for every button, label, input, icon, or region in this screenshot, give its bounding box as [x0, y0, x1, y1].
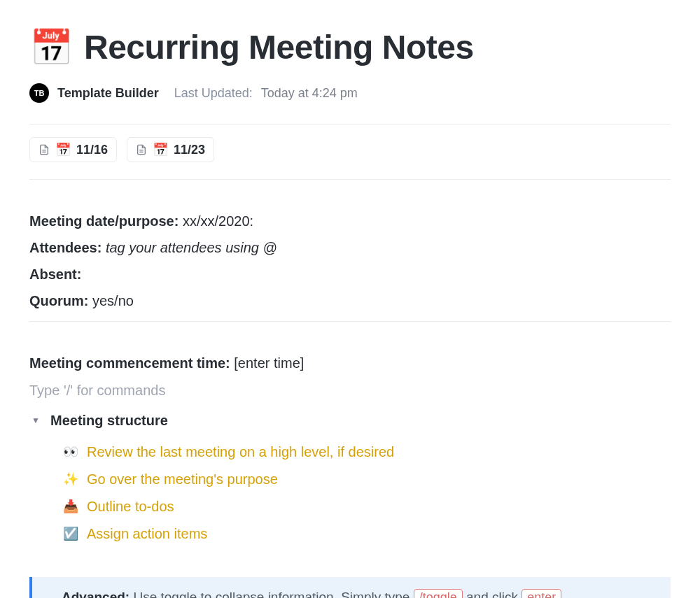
attendees-value: tag your attendees using @	[106, 240, 277, 255]
tab-emoji: 📅	[55, 142, 71, 157]
structure-link-action-items[interactable]: Assign action items	[87, 520, 207, 548]
updated-value: Today at 4:24 pm	[261, 86, 358, 101]
kbd-enter: enter	[522, 589, 561, 598]
tabs-row: 📅 11/16 📅 11/23	[29, 137, 671, 162]
list-item: ☑️ Assign action items	[63, 520, 671, 548]
attendees-row: Attendees: tag your attendees using @	[29, 234, 671, 261]
calendar-icon: 📅	[29, 30, 73, 65]
quorum-value: yes/no	[92, 293, 134, 308]
absent-row: Absent:	[29, 261, 671, 287]
author-name[interactable]: Template Builder	[57, 86, 159, 101]
commencement-value: [enter time]	[234, 355, 304, 371]
advanced-callout: Advanced: Use toggle to collapse informa…	[29, 577, 671, 598]
page-icon	[38, 144, 50, 155]
slash-command-placeholder[interactable]: Type '/' for commands	[29, 377, 671, 404]
commencement-row: Meeting commencement time: [enter time]	[29, 350, 671, 377]
divider	[29, 321, 671, 322]
page-title-row: 📅 Recurring Meeting Notes	[29, 28, 671, 66]
checkbox-icon: ☑️	[63, 522, 78, 546]
attendees-label: Attendees:	[29, 240, 102, 255]
kbd-toggle: /toggle	[414, 589, 463, 598]
page-title: Recurring Meeting Notes	[84, 28, 474, 66]
commencement-section[interactable]: Meeting commencement time: [enter time] …	[29, 350, 671, 548]
eyes-icon: 👀	[63, 440, 78, 464]
tab-11-23[interactable]: 📅 11/23	[127, 137, 214, 162]
toggle-meeting-structure[interactable]: ▼ Meeting structure	[29, 407, 671, 434]
page-icon	[136, 144, 147, 155]
chevron-down-icon: ▼	[29, 413, 42, 429]
list-item: 👀 Review the last meeting on a high leve…	[63, 439, 671, 466]
callout-strong: Advanced:	[62, 590, 130, 598]
tab-label: 11/16	[76, 143, 108, 157]
callout-text: Use toggle to collapse information. Simp…	[133, 590, 413, 598]
meeting-date-label: Meeting date/purpose:	[29, 213, 178, 229]
structure-link-review[interactable]: Review the last meeting on a high level,…	[87, 439, 394, 466]
callout-text: and click	[466, 590, 522, 598]
updated-label: Last Updated:	[174, 86, 253, 101]
tab-11-16[interactable]: 📅 11/16	[29, 137, 117, 162]
structure-link-purpose[interactable]: Go over the meeting's purpose	[87, 466, 278, 493]
list-item: 📥 Outline to-dos	[63, 493, 671, 520]
meeting-date-value: xx/xx/2020:	[183, 213, 253, 229]
absent-label: Absent:	[29, 266, 81, 282]
quorum-label: Quorum:	[29, 293, 88, 308]
structure-list: 👀 Review the last meeting on a high leve…	[63, 439, 671, 548]
author-avatar[interactable]: TB	[29, 83, 49, 103]
meeting-date-row: Meeting date/purpose: xx/xx/2020:	[29, 208, 671, 234]
toggle-title: Meeting structure	[50, 407, 168, 434]
sparkles-icon: ✨	[63, 467, 78, 492]
tab-emoji: 📅	[153, 142, 168, 157]
list-item: ✨ Go over the meeting's purpose	[63, 466, 671, 493]
quorum-row: Quorum: yes/no	[29, 287, 671, 314]
divider	[29, 179, 671, 180]
commencement-label: Meeting commencement time:	[29, 355, 230, 371]
callout-text: .	[566, 590, 569, 598]
meta-row: TB Template Builder Last Updated: Today …	[29, 83, 671, 103]
meeting-info-block[interactable]: Meeting date/purpose: xx/xx/2020: Attend…	[29, 208, 671, 314]
tab-label: 11/23	[174, 143, 205, 157]
structure-link-todos[interactable]: Outline to-dos	[87, 493, 174, 520]
inbox-icon: 📥	[63, 494, 78, 519]
divider	[29, 124, 671, 124]
